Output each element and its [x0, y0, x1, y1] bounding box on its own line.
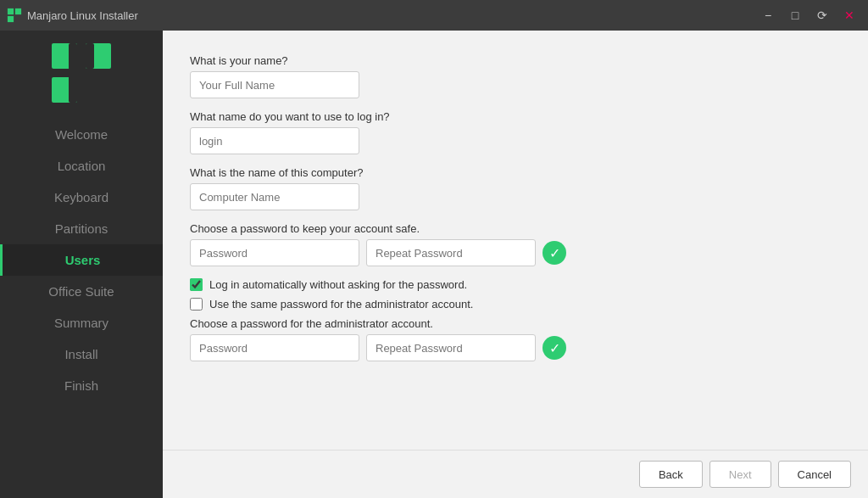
button-bar: Back Next Cancel — [163, 450, 868, 498]
svg-rect-7 — [86, 43, 94, 69]
restore-button[interactable]: ⟳ — [810, 6, 834, 25]
autologin-checkbox-row[interactable]: Log in automatically without asking for … — [190, 278, 841, 291]
password-input[interactable] — [190, 239, 359, 266]
svg-rect-0 — [8, 8, 14, 14]
next-button[interactable]: Next — [709, 461, 771, 488]
admin-repeat-password-input[interactable] — [366, 334, 536, 361]
same-password-checkbox[interactable] — [190, 298, 203, 311]
sidebar-item-office-suite[interactable]: Office Suite — [0, 276, 163, 307]
same-password-checkbox-row[interactable]: Use the same password for the administra… — [190, 298, 841, 311]
sidebar-item-finish[interactable]: Finish — [0, 370, 163, 401]
sidebar-item-users[interactable]: Users — [0, 244, 163, 276]
password-group: Choose a password to keep your account s… — [190, 222, 841, 266]
users-form: What is your name? What name do you want… — [190, 54, 841, 433]
sidebar-item-welcome[interactable]: Welcome — [0, 119, 163, 150]
computer-name-input[interactable] — [190, 183, 359, 210]
sidebar-item-keyboard[interactable]: Keyboard — [0, 182, 163, 213]
admin-password-valid-icon: ✓ — [542, 336, 566, 360]
window-controls: − □ ⟳ ✕ — [756, 6, 861, 25]
repeat-password-input[interactable] — [366, 239, 536, 266]
main-window: Welcome Location Keyboard Partitions Use… — [0, 31, 868, 498]
admin-password-group: Choose a password for the administrator … — [190, 317, 841, 361]
login-group: What name do you want to use to log in? — [190, 110, 841, 154]
svg-rect-6 — [69, 43, 77, 103]
app-icon — [7, 8, 22, 23]
computer-group: What is the name of this computer? — [190, 166, 841, 210]
password-label: Choose a password to keep your account s… — [190, 222, 841, 235]
autologin-label: Log in automatically without asking for … — [209, 278, 467, 291]
minimize-button[interactable]: − — [756, 6, 780, 25]
cancel-button[interactable]: Cancel — [778, 461, 851, 488]
password-valid-icon: ✓ — [542, 241, 566, 265]
maximize-button[interactable]: □ — [783, 6, 807, 25]
admin-password-row: ✓ — [190, 334, 841, 361]
titlebar: Manjaro Linux Installer − □ ⟳ ✕ — [0, 0, 868, 31]
admin-password-input[interactable] — [190, 334, 359, 361]
sidebar-item-location[interactable]: Location — [0, 150, 163, 182]
autologin-checkbox[interactable] — [190, 278, 203, 291]
sidebar: Welcome Location Keyboard Partitions Use… — [0, 31, 163, 498]
computer-label: What is the name of this computer? — [190, 166, 841, 179]
name-label: What is your name? — [190, 54, 841, 67]
svg-rect-1 — [15, 8, 21, 14]
svg-rect-2 — [8, 16, 14, 22]
name-input[interactable] — [190, 71, 359, 98]
sidebar-item-install[interactable]: Install — [0, 339, 163, 370]
sidebar-logo — [47, 39, 115, 107]
name-group: What is your name? — [190, 54, 841, 98]
same-password-label: Use the same password for the administra… — [209, 298, 473, 311]
titlebar-left: Manjaro Linux Installer — [7, 8, 138, 23]
login-input[interactable] — [190, 127, 359, 154]
admin-password-label: Choose a password for the administrator … — [190, 317, 841, 330]
back-button[interactable]: Back — [639, 461, 703, 488]
sidebar-item-partitions[interactable]: Partitions — [0, 213, 163, 244]
window-title: Manjaro Linux Installer — [27, 9, 138, 22]
content-area: What is your name? What name do you want… — [163, 31, 868, 450]
password-row: ✓ — [190, 239, 841, 266]
login-label: What name do you want to use to log in? — [190, 110, 841, 123]
close-button[interactable]: ✕ — [837, 6, 861, 25]
sidebar-item-summary[interactable]: Summary — [0, 307, 163, 339]
